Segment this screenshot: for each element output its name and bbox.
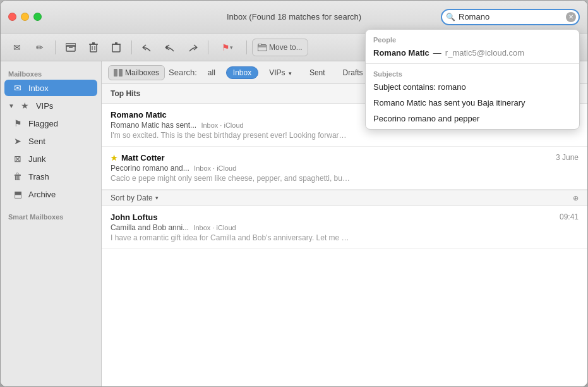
inbox-icon: ✉: [12, 83, 23, 93]
forward-icon: [188, 43, 198, 52]
mailboxes-icon: [114, 69, 123, 77]
delete-junk-button[interactable]: [106, 39, 126, 56]
filter-pill-all[interactable]: all: [201, 66, 222, 79]
subject-suggestion-0[interactable]: Subject contains: romano: [366, 79, 579, 95]
move-to-button[interactable]: Move to...: [252, 39, 308, 56]
separator-1: [55, 40, 56, 54]
sender-name-2: John Loftus: [111, 212, 157, 222]
sender-name-0: Romano Matic: [111, 110, 167, 120]
email-preview-0: I'm so excited. This is the best birthda…: [111, 131, 351, 140]
sidebar-item-junk-label: Junk: [28, 154, 45, 164]
archive-button[interactable]: [61, 39, 81, 56]
svg-rect-13: [114, 69, 117, 77]
flag-icon: ⚑: [222, 42, 230, 52]
separator-2: [131, 40, 132, 54]
separator-4: [246, 40, 247, 54]
email-time-2: 09:41: [560, 212, 579, 222]
compose-new-button[interactable]: ✏: [30, 39, 50, 56]
maximize-button[interactable]: [33, 13, 42, 21]
reply-icon: [142, 43, 152, 52]
sidebar-item-sent-label: Sent: [28, 137, 45, 146]
email-subject-2: Camilla and Bob anni... Inbox · iCloud: [111, 223, 579, 232]
collapse-icon[interactable]: ⊕: [573, 194, 579, 202]
email-sender-2: John Loftus 09:41: [111, 212, 579, 222]
compose-button[interactable]: ✉: [7, 39, 27, 56]
vips-icon: ★: [20, 101, 31, 111]
filter-pill-inbox[interactable]: Inbox: [226, 66, 258, 79]
email-item-2[interactable]: John Loftus 09:41 Camilla and Bob anni..…: [102, 206, 587, 249]
sidebar: Mailboxes ✉ Inbox ▼ ★ VIPs ⚑ Flagged ➤ S…: [1, 61, 102, 386]
flag-dropdown-arrow: ▾: [230, 44, 233, 51]
sidebar-item-trash[interactable]: 🗑 Trash: [4, 168, 97, 185]
vips-filter-label: VIPs: [269, 68, 285, 77]
sidebar-item-archive-label: Archive: [28, 190, 56, 199]
subject-suggestion-1[interactable]: Romano Matic has sent you Baja itinerary: [366, 95, 579, 111]
archive-sidebar-icon: ⬒: [12, 189, 23, 199]
sort-arrow-icon: ▾: [155, 195, 159, 201]
people-suggestion-0[interactable]: Romano Matic — r_matic5@icloud.com: [366, 45, 579, 61]
flag-button[interactable]: ⚑ ▾: [213, 39, 241, 56]
svg-rect-3: [90, 44, 97, 52]
search-container: 🔍 ✕ People Romano Matic — r_matic5@iclou…: [441, 9, 580, 25]
move-to-label: Move to...: [269, 43, 303, 52]
junk-sidebar-icon: ⊠: [12, 154, 23, 164]
sidebar-item-vips-label: VIPs: [36, 101, 53, 111]
sort-by-date-button[interactable]: Sort by Date ▾: [111, 194, 159, 202]
email-badge-2: Inbox · iCloud: [193, 224, 236, 231]
sidebar-item-archive[interactable]: ⬒ Archive: [4, 186, 97, 202]
sent-icon: ➤: [12, 136, 23, 146]
sidebar-item-vips[interactable]: ▼ ★ VIPs: [4, 97, 97, 114]
sidebar-item-flagged[interactable]: ⚑ Flagged: [4, 115, 97, 132]
forward-button[interactable]: [183, 39, 203, 56]
filter-pill-sent[interactable]: Sent: [303, 66, 332, 79]
svg-rect-1: [66, 44, 76, 46]
close-button[interactable]: [8, 13, 16, 21]
star-icon-1: ★: [111, 154, 117, 163]
subject-text-2: Camilla and Bob anni...: [111, 223, 189, 232]
search-input[interactable]: [441, 9, 580, 25]
sidebar-item-junk[interactable]: ⊠ Junk: [4, 150, 97, 167]
traffic-lights: [8, 13, 42, 21]
new-compose-icon: ✏: [36, 42, 44, 52]
archive-icon: [66, 43, 76, 52]
trash-icon: [89, 42, 98, 52]
separator-3: [208, 40, 208, 54]
mail-window: Inbox (Found 18 matches for search) 🔍 ✕ …: [0, 0, 588, 387]
trash-button[interactable]: [83, 39, 104, 56]
sort-label-text: Sort by Date: [111, 194, 153, 202]
email-time-1: 3 June: [556, 153, 579, 163]
dropdown-divider: [366, 63, 579, 64]
email-sender-1: ★ Matt Cotter 3 June: [111, 153, 579, 163]
reply-button[interactable]: [137, 39, 157, 56]
minimize-button[interactable]: [21, 13, 29, 21]
reply-all-button[interactable]: [160, 39, 180, 56]
move-to-icon: [258, 44, 267, 51]
sidebar-item-flagged-label: Flagged: [28, 119, 58, 128]
email-subject-1: Pecorino romano and... Inbox · iCloud: [111, 164, 579, 173]
search-filter-label: Search:: [169, 68, 197, 77]
mailboxes-toggle-button[interactable]: Mailboxes: [108, 65, 165, 80]
svg-rect-12: [258, 44, 261, 46]
sidebar-item-trash-label: Trash: [28, 172, 49, 181]
subject-text-0: Romano Matic has sent...: [111, 121, 196, 130]
svg-rect-8: [112, 44, 120, 52]
search-icon: 🔍: [446, 13, 455, 22]
window-title: Inbox (Found 18 matches for search): [227, 12, 361, 22]
sort-bar: Sort by Date ▾ ⊕: [102, 190, 587, 206]
email-item-1[interactable]: ★ Matt Cotter 3 June Pecorino romano and…: [102, 147, 587, 190]
sidebar-item-sent[interactable]: ➤ Sent: [4, 133, 97, 149]
svg-rect-14: [119, 69, 123, 77]
compose-icon: ✉: [13, 42, 21, 52]
filter-pill-vips[interactable]: VIPs ▾: [262, 66, 299, 79]
smart-mailboxes-section-label: Smart Mailboxes: [1, 209, 101, 222]
person-name: Romano Matic: [373, 48, 429, 58]
person-email: r_matic5@icloud.com: [445, 48, 524, 58]
junk-icon: [112, 42, 121, 52]
search-clear-button[interactable]: ✕: [566, 12, 576, 22]
reply-all-icon: [164, 43, 176, 52]
subject-suggestion-2[interactable]: Pecorino romano and pepper: [366, 111, 579, 126]
titlebar: Inbox (Found 18 matches for search) 🔍 ✕ …: [1, 1, 587, 34]
sidebar-item-inbox[interactable]: ✉ Inbox: [4, 80, 97, 96]
flagged-icon: ⚑: [12, 118, 23, 128]
email-preview-1: Cacio e pepe might only seem like cheese…: [111, 174, 351, 183]
